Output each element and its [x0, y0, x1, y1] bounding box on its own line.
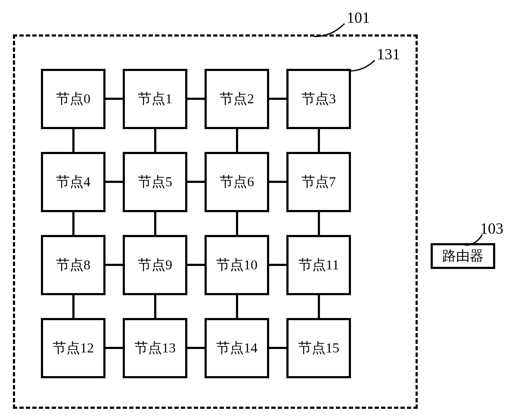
v-conn [236, 295, 238, 318]
node-8: 节点8 [41, 235, 106, 295]
node-12: 节点12 [41, 318, 106, 378]
node-14: 节点14 [205, 318, 269, 378]
v-conn [154, 295, 156, 318]
node-7: 节点7 [286, 152, 351, 212]
node-3: 节点3 [286, 69, 351, 129]
node-4: 节点4 [41, 152, 106, 212]
v-conn [318, 295, 320, 318]
v-conn [318, 212, 320, 235]
h-conn [106, 264, 123, 266]
label-101: 101 [347, 9, 370, 27]
node-10: 节点10 [205, 235, 269, 295]
h-conn [269, 181, 286, 183]
v-conn [236, 212, 238, 235]
h-conn [187, 264, 205, 266]
h-conn [269, 347, 286, 349]
h-conn [187, 98, 205, 100]
v-conn [72, 129, 74, 152]
node-0: 节点0 [41, 69, 106, 129]
h-conn [187, 181, 205, 183]
node-5: 节点5 [123, 152, 187, 212]
h-conn [106, 98, 123, 100]
node-grid: 节点0 节点1 节点2 节点3 节点4 节点5 节点6 节点7 节点8 节点9 … [41, 69, 351, 379]
v-conn [318, 129, 320, 152]
v-conn [154, 212, 156, 235]
node-9: 节点9 [123, 235, 187, 295]
node-11: 节点11 [286, 235, 351, 295]
v-conn [72, 212, 74, 235]
node-2: 节点2 [205, 69, 269, 129]
h-conn [269, 264, 286, 266]
node-15: 节点15 [286, 318, 351, 378]
v-conn [72, 295, 74, 318]
node-6: 节点6 [205, 152, 269, 212]
node-13: 节点13 [123, 318, 187, 378]
h-conn [187, 347, 205, 349]
h-conn [106, 347, 123, 349]
router-box: 路由器 [431, 243, 495, 269]
v-conn [154, 129, 156, 152]
v-conn [236, 129, 238, 152]
outer-container: 节点0 节点1 节点2 节点3 节点4 节点5 节点6 节点7 节点8 节点9 … [13, 34, 418, 409]
node-1: 节点1 [123, 69, 187, 129]
h-conn [106, 181, 123, 183]
h-conn [269, 98, 286, 100]
